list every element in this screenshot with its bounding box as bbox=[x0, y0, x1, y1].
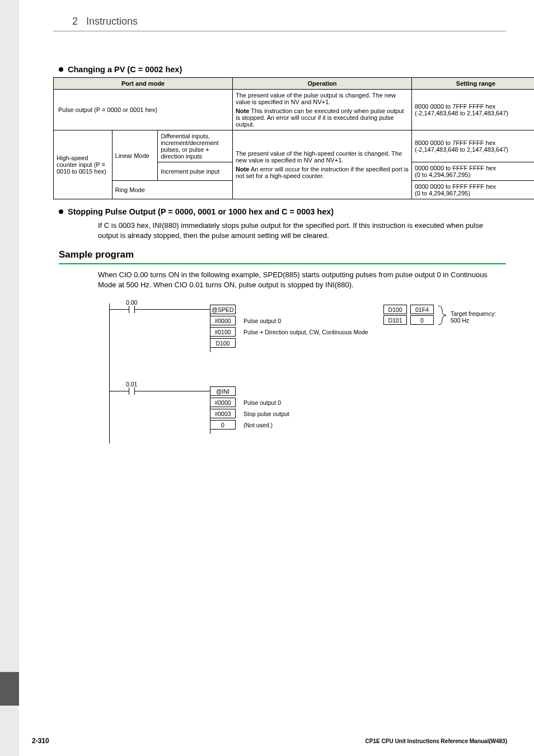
heading-changing-pv: Changing a PV (C = 0002 hex) bbox=[59, 65, 506, 74]
cell-inc-input: Increment pulse input bbox=[158, 162, 233, 181]
op-ini: @INI bbox=[210, 386, 236, 396]
bullet-icon bbox=[59, 67, 63, 72]
cell-range-ring: 0000 0000 to FFFF FFFF hex (0 to 4,294,9… bbox=[412, 181, 535, 199]
power-rail bbox=[109, 304, 110, 444]
note-text: An error will occur for the instruction … bbox=[236, 166, 409, 179]
reg-d101-val: 0 bbox=[410, 315, 434, 325]
brace-icon bbox=[437, 305, 448, 326]
heading-stopping-pulse-text: Stopping Pulse Output (P = 0000, 0001 or… bbox=[68, 207, 334, 216]
heading-sample-program: Sample program bbox=[59, 249, 506, 264]
wire bbox=[109, 391, 210, 391]
arg-sped-0: #0000 bbox=[210, 316, 236, 325]
sidebar-shade bbox=[0, 0, 19, 472]
arg-sped-1: #0100 bbox=[210, 327, 236, 337]
cell-pulse-output: Pulse output (P = 0000 or 0001 hex) bbox=[54, 90, 233, 130]
range-line: (-2,147,483,648 to 2,147,483,647) bbox=[415, 110, 534, 116]
cell-op-pulse: The present value of the pulse output is… bbox=[233, 90, 412, 130]
arg-ini-0: #0000 bbox=[210, 398, 236, 407]
bullet-icon bbox=[59, 209, 63, 214]
op-text: The present value of the pulse output is… bbox=[236, 92, 396, 105]
page-header: 2 Instructions bbox=[72, 16, 506, 27]
cell-range-diff: 8000 0000 to 7FFF FFFF hex (-2,147,483,6… bbox=[412, 130, 535, 162]
desc-sped-1: Pulse + Direction output, CW, Continuous… bbox=[243, 329, 368, 335]
contact-bar bbox=[134, 388, 135, 395]
range-line: 0000 0000 to FFFF FFFF hex bbox=[415, 165, 534, 171]
table-row: Pulse output (P = 0000 or 0001 hex) The … bbox=[54, 90, 535, 130]
reg-d100: D100 bbox=[383, 305, 407, 314]
th-range: Setting range bbox=[412, 78, 535, 90]
range-line: 8000 0000 to 7FFF FFFF hex bbox=[415, 139, 534, 146]
contact-bar bbox=[134, 306, 135, 313]
range-line: (0 to 4,294,967,295) bbox=[415, 190, 534, 197]
desc-ini-1: Stop pulse output bbox=[243, 410, 289, 417]
arg-ini-1: #0003 bbox=[210, 409, 236, 418]
section-title: Instructions bbox=[86, 16, 138, 27]
contact-bar bbox=[129, 306, 129, 313]
cell-linear-mode: Linear Mode bbox=[112, 130, 158, 181]
op-text: The present value of the high-speed coun… bbox=[236, 150, 402, 164]
cell-range-inc: 0000 0000 to FFFF FFFF hex (0 to 4,294,9… bbox=[412, 162, 535, 181]
para-sample: When CIO 0.00 turns ON in the following … bbox=[98, 270, 489, 290]
cell-op-hs: The present value of the high-speed coun… bbox=[233, 130, 412, 199]
table-row: High-speed counter input (P = 0010 to 00… bbox=[54, 130, 535, 162]
note-label: Note bbox=[236, 166, 249, 172]
para-stop: If C is 0003 hex, INI(880) immediately s… bbox=[98, 221, 489, 240]
heading-changing-pv-text: Changing a PV (C = 0002 hex) bbox=[68, 65, 182, 74]
reg-d100-val: 01F4 bbox=[410, 305, 434, 314]
th-port: Port and mode bbox=[54, 78, 233, 90]
desc-ini-0: Pulse output 0 bbox=[243, 399, 281, 406]
desc-ini-2: (Not used.) bbox=[243, 422, 273, 428]
cell-hs-counter: High-speed counter input (P = 0010 to 00… bbox=[54, 130, 113, 199]
cell-range-pulse: 8000 0000 to 7FFF FFFF hex (-2,147,483,6… bbox=[412, 90, 535, 130]
desc-sped-0: Pulse output 0 bbox=[243, 318, 281, 324]
section-number: 2 bbox=[72, 16, 78, 27]
range-line: 0000 0000 to FFFF FFFF hex bbox=[415, 183, 534, 190]
range-line: 8000 0000 to 7FFF FFFF hex bbox=[415, 103, 534, 110]
note-text: This instruction can be executed only wh… bbox=[236, 108, 404, 128]
heading-stopping-pulse: Stopping Pulse Output (P = 0000, 0001 or… bbox=[59, 207, 506, 216]
arg-ini-2: 0 bbox=[210, 420, 236, 430]
contact-gap bbox=[129, 309, 134, 310]
wire bbox=[109, 309, 210, 310]
op-sped: @SPED bbox=[210, 305, 236, 314]
range-line: (-2,147,483,648 to 2,147,483,647) bbox=[415, 146, 534, 153]
reg-d101: D101 bbox=[383, 315, 407, 325]
target-freq: Target frequency: 500 Hz bbox=[451, 310, 506, 324]
range-line: (0 to 4,294,967,295) bbox=[415, 171, 534, 178]
cio-0-label: 0.00 bbox=[126, 299, 137, 306]
cio-1-label: 0.01 bbox=[126, 381, 137, 388]
cell-ring-mode: Ring Mode bbox=[112, 181, 232, 199]
cell-diff-inputs: Differential inputs, increment/decrement… bbox=[158, 130, 233, 162]
ladder-diagram: 0.00 @SPED #0000 #0100 D100 Pulse output… bbox=[81, 298, 506, 444]
contact-gap bbox=[129, 391, 134, 391]
arg-sped-2: D100 bbox=[210, 338, 236, 348]
pv-change-table: Port and mode Operation Setting range Pu… bbox=[53, 77, 534, 199]
note-label: Note bbox=[236, 108, 249, 114]
th-operation: Operation bbox=[233, 78, 412, 90]
contact-bar bbox=[129, 388, 129, 395]
